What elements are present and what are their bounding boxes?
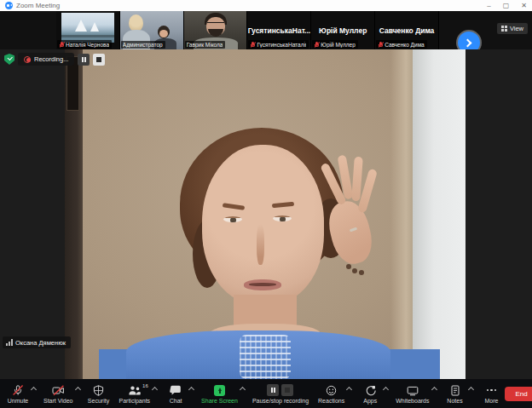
view-button[interactable]: View <box>497 23 528 34</box>
stop-icon <box>281 384 293 396</box>
participants-count-badge: 16 <box>142 383 148 388</box>
participants-options-chevron[interactable] <box>152 386 158 392</box>
apps-button[interactable]: Apps <box>357 382 383 405</box>
shield-icon <box>93 385 104 396</box>
zoom-meeting-window: Zoom Meeting – ▢ ✕ Наталія Чернова <box>0 0 532 408</box>
reactions-options-chevron[interactable] <box>346 386 352 392</box>
chat-bubble-icon <box>170 385 182 396</box>
chevron-right-icon <box>464 38 472 47</box>
meeting-toolbar: Unmute Start Video <box>0 379 532 408</box>
share-options-chevron[interactable] <box>240 386 246 392</box>
pause-icon <box>267 384 279 396</box>
glasses <box>207 22 224 26</box>
participant-name-tag: Наталія Чернова <box>57 40 112 49</box>
main-stage: Recording... Оксана Дяменюк <box>0 49 532 379</box>
participants-button[interactable]: 16 Participants <box>118 382 153 405</box>
video-options-chevron[interactable] <box>74 386 80 392</box>
notes-button[interactable]: Notes <box>442 382 468 405</box>
gallery-view-icon <box>501 26 507 32</box>
reactions-button[interactable]: Reactions <box>316 382 346 405</box>
participant-tile-gavrik-mikola[interactable]: Гаврик Мікола <box>184 11 248 49</box>
mic-muted-icon <box>378 41 383 48</box>
audio-level-icon <box>6 339 13 346</box>
zoom-app-icon <box>5 2 13 9</box>
speaker-mouth <box>244 279 281 290</box>
smiley-icon <box>326 385 337 396</box>
participant-tile-savchenko-dima[interactable]: Савченко Дима Савченко Дима <box>375 11 439 49</box>
more-dots-icon <box>487 385 497 396</box>
participant-name-tag: Юрій Муллер <box>312 40 357 49</box>
pause-recording-button[interactable] <box>78 54 90 66</box>
whiteboard-icon <box>407 385 419 396</box>
chat-button[interactable]: Chat <box>163 382 188 405</box>
participant-filmstrip: Наталія Чернова Администратор <box>0 11 532 49</box>
bridge-photo <box>61 13 114 43</box>
participant-name-tag: Савченко Дима <box>376 40 427 49</box>
apps-icon <box>365 385 376 396</box>
participants-icon: 16 <box>128 385 142 396</box>
speaker-name: Оксана Дяменюк <box>15 339 66 347</box>
window-controls: – ▢ ✕ <box>487 0 527 11</box>
maximize-button[interactable]: ▢ <box>503 0 510 11</box>
participant-tile-natalia-chernova[interactable]: Наталія Чернова <box>56 11 120 49</box>
whiteboards-button[interactable]: Whiteboards <box>394 382 431 405</box>
close-button[interactable]: ✕ <box>521 0 527 11</box>
participant-name-tag: Администратор <box>121 41 165 49</box>
meeting-security-shield-icon[interactable] <box>4 54 14 65</box>
recording-dot-icon <box>24 56 31 63</box>
more-button[interactable]: More <box>479 382 505 405</box>
participant-tile-administrator[interactable]: Администратор <box>120 11 184 49</box>
window-title: Zoom Meeting <box>16 2 60 9</box>
woman-figure <box>129 14 143 32</box>
unmute-button[interactable]: Unmute <box>5 382 31 405</box>
camera-off-icon <box>52 385 65 396</box>
speaker-name-tag: Оксана Дяменюк <box>3 336 71 348</box>
recording-controls: Recording... <box>4 53 105 66</box>
participant-tile-gusyatinska[interactable]: ГусятинськаНат... ГусятинськаНаталія <box>247 11 311 49</box>
recording-label: Recording... <box>34 55 68 63</box>
end-meeting-button[interactable]: End <box>505 387 532 401</box>
mic-muted-icon <box>250 41 255 48</box>
participant-tile-yuriy-muller[interactable]: Юрій Муллер Юрій Муллер <box>311 11 375 49</box>
share-screen-button[interactable]: Share Screen <box>200 382 240 405</box>
start-video-button[interactable]: Start Video <box>42 382 75 405</box>
apps-options-chevron[interactable] <box>383 386 389 392</box>
participant-name-tag: ГусятинськаНаталія <box>248 40 308 49</box>
mic-muted-icon <box>59 41 64 48</box>
participant-name-tag: Гаврик Мікола <box>185 41 226 49</box>
titlebar: Zoom Meeting – ▢ ✕ <box>0 0 532 11</box>
embroidery-pattern <box>240 335 291 379</box>
minimize-button[interactable]: – <box>487 0 490 11</box>
stop-recording-button[interactable] <box>93 54 105 66</box>
security-button[interactable]: Security <box>86 382 112 405</box>
share-screen-icon <box>214 385 225 396</box>
mic-muted-icon <box>314 41 319 48</box>
chat-options-chevron[interactable] <box>188 386 194 392</box>
unmute-options-chevron[interactable] <box>31 386 37 392</box>
notes-options-chevron[interactable] <box>467 386 473 392</box>
bracelet <box>346 264 351 269</box>
notes-icon <box>450 385 460 396</box>
pause-stop-recording-button[interactable]: Pause/stop recording <box>251 382 310 405</box>
recording-indicator: Recording... <box>18 53 74 66</box>
whiteboards-options-chevron[interactable] <box>431 386 437 392</box>
participant-tiles: Наталія Чернова Администратор <box>56 11 439 49</box>
speaker-video <box>65 49 466 379</box>
microphone-muted-icon <box>12 385 24 396</box>
white-wall <box>413 49 466 379</box>
